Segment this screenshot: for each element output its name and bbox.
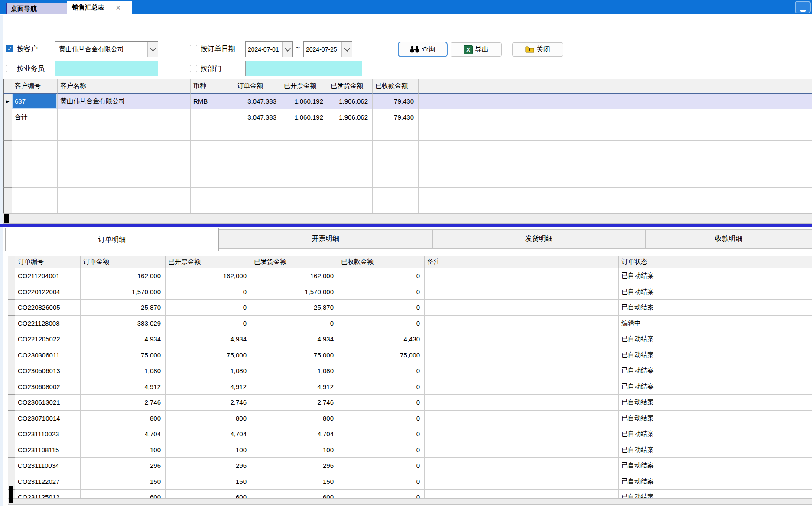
cell[interactable]: CO221205022 (15, 331, 81, 347)
cell[interactable]: 0 (338, 300, 425, 316)
cell[interactable] (234, 188, 281, 203)
cell[interactable] (12, 156, 58, 172)
cell[interactable]: 100 (166, 442, 251, 458)
cell[interactable]: 296 (166, 458, 251, 474)
cell[interactable] (191, 172, 234, 188)
cell[interactable] (328, 188, 373, 203)
cell[interactable] (12, 141, 58, 156)
cell[interactable]: CO231110034 (15, 458, 81, 474)
cell[interactable] (425, 474, 619, 490)
cell[interactable] (234, 125, 281, 141)
cell[interactable]: 4,934 (81, 331, 166, 347)
cell[interactable] (425, 316, 619, 332)
cell[interactable] (234, 141, 281, 156)
summary-row[interactable]: ▶637黄山伟旦合金有限公司RMB3,047,3831,060,1921,906… (3, 93, 812, 109)
cell[interactable]: 合计 (12, 109, 58, 125)
cell[interactable]: 79,430 (373, 93, 419, 109)
cell[interactable] (191, 156, 234, 172)
detail-row[interactable]: CO23030601175,00075,00075,00075,000已自动结案 (8, 347, 812, 363)
cell[interactable]: CO221128008 (15, 316, 81, 332)
cell[interactable] (58, 125, 191, 141)
cell[interactable] (12, 125, 58, 141)
cell[interactable]: 1,906,062 (328, 93, 373, 109)
tab-shipment-detail[interactable]: 发货明细 (432, 229, 646, 249)
row-header[interactable] (3, 172, 12, 188)
cell[interactable]: 637 (12, 93, 58, 109)
cell[interactable] (58, 172, 191, 188)
cell[interactable]: 150 (166, 474, 251, 490)
row-header[interactable] (8, 426, 15, 442)
cell[interactable]: 已自动结案 (619, 395, 667, 411)
detail-row[interactable]: CO2305060131,0801,0801,0800已自动结案 (8, 363, 812, 379)
cell[interactable]: 800 (251, 411, 338, 427)
detail-horizontal-scrollbar[interactable] (8, 498, 812, 505)
cell[interactable]: 已自动结案 (619, 268, 667, 284)
cell[interactable]: 已自动结案 (619, 284, 667, 300)
cell[interactable]: 0 (251, 316, 338, 332)
tab-receipt-detail[interactable]: 收款明细 (646, 229, 812, 249)
cell[interactable]: 已自动结案 (619, 474, 667, 490)
cell[interactable] (425, 300, 619, 316)
cell[interactable]: 3,047,383 (234, 93, 281, 109)
cell[interactable]: CO230506013 (15, 363, 81, 379)
cell[interactable] (12, 188, 58, 203)
cell[interactable]: 已自动结案 (619, 442, 667, 458)
detail-row[interactable]: CO221128008383,029000编辑中 (8, 316, 812, 332)
row-header[interactable] (8, 442, 15, 458)
cell[interactable] (58, 188, 191, 203)
cell[interactable] (281, 156, 328, 172)
detail-row[interactable]: CO2201220041,570,00001,570,0000已自动结案 (8, 284, 812, 300)
cell[interactable]: 2,746 (251, 395, 338, 411)
cell[interactable]: 79,430 (373, 109, 419, 125)
detail-row[interactable]: CO2307100148008008000已自动结案 (8, 411, 812, 427)
cell[interactable] (328, 172, 373, 188)
cell[interactable]: 0 (338, 474, 425, 490)
cell[interactable]: CO230710014 (15, 411, 81, 427)
row-header[interactable] (3, 141, 12, 156)
cell[interactable]: 0 (338, 426, 425, 442)
row-header[interactable] (3, 188, 12, 203)
cell[interactable] (373, 203, 419, 214)
cell[interactable]: 2,746 (166, 395, 251, 411)
cell[interactable]: 1,080 (81, 363, 166, 379)
cell[interactable]: 3,047,383 (234, 109, 281, 125)
cell[interactable]: 25,870 (81, 300, 166, 316)
cell[interactable]: 162,000 (251, 268, 338, 284)
detail-scrollbar-thumb[interactable] (9, 486, 13, 503)
cell[interactable] (281, 203, 328, 214)
cell[interactable]: RMB (191, 93, 234, 109)
cell[interactable] (58, 141, 191, 156)
cell[interactable]: 1,060,192 (281, 109, 328, 125)
row-header[interactable] (8, 458, 15, 474)
cell[interactable]: 1,570,000 (251, 284, 338, 300)
minimize-button[interactable] (795, 1, 811, 13)
cell[interactable]: 75,000 (251, 347, 338, 363)
tab-desktop-navigation[interactable]: 桌面导航 (6, 3, 67, 14)
cell[interactable] (328, 156, 373, 172)
row-header[interactable] (3, 125, 12, 141)
cell[interactable]: 编辑中 (619, 316, 667, 332)
summary-total-row[interactable]: 合计3,047,3831,060,1921,906,06279,430 (3, 109, 812, 125)
row-header[interactable] (8, 411, 15, 427)
chevron-down-icon[interactable] (282, 42, 292, 57)
filter-department-checkbox[interactable] (190, 65, 197, 72)
cell[interactable] (191, 203, 234, 214)
cell[interactable]: 296 (251, 458, 338, 474)
cell[interactable] (328, 203, 373, 214)
summary-horizontal-scrollbar[interactable] (3, 213, 812, 224)
splitter-bar[interactable] (0, 224, 812, 227)
row-header[interactable] (8, 363, 15, 379)
query-button[interactable]: 查询 (398, 42, 448, 57)
row-header[interactable] (8, 347, 15, 363)
cell[interactable]: 600 (81, 490, 166, 499)
cell[interactable]: 4,704 (81, 426, 166, 442)
cell[interactable]: 1,080 (251, 363, 338, 379)
summary-empty-row[interactable] (3, 203, 812, 214)
cell[interactable] (373, 125, 419, 141)
detail-row[interactable]: CO211204001162,000162,000162,0000已自动结案 (8, 268, 812, 284)
cell[interactable]: 已自动结案 (619, 331, 667, 347)
cell[interactable]: 已自动结案 (619, 411, 667, 427)
cell[interactable] (281, 141, 328, 156)
close-button[interactable]: 关闭 (512, 42, 563, 57)
cell[interactable]: 25,870 (251, 300, 338, 316)
